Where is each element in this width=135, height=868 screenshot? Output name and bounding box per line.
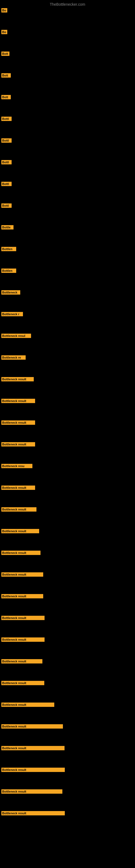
bottleneck-label: Bottl <box>1 204 12 208</box>
bottleneck-label: Bottleneck result <box>1 768 65 772</box>
bottleneck-label: Bottleneck result <box>1 486 35 490</box>
bottleneck-item: Bottlen <box>1 269 16 274</box>
bottleneck-item: Bottleneck <box>1 290 20 296</box>
bottleneck-item: Bo <box>1 30 7 35</box>
bottleneck-item: Bottleneck resu <box>1 464 32 469</box>
bottleneck-label: Bott <box>1 52 9 56</box>
bottleneck-label: Bottleneck result <box>1 507 37 512</box>
bottleneck-item: Bottleneck result <box>1 616 45 621</box>
bottleneck-label: Bottleneck result <box>1 551 41 555</box>
bottleneck-item: Bottlen <box>1 247 16 252</box>
bottleneck-item: Bottleneck result <box>1 421 35 426</box>
bottleneck-label: Bottleneck result <box>1 377 34 381</box>
bottleneck-item: Bott <box>1 52 9 57</box>
bottleneck-label: Bottlen <box>1 269 16 273</box>
bottleneck-item: Bottleneck result <box>1 659 42 664</box>
bottleneck-item: Bott <box>1 73 11 79</box>
bottleneck-item: Bottl <box>1 138 12 144</box>
bottleneck-item: Bottleneck r <box>1 312 23 317</box>
bottleneck-item: Bottle <box>1 225 13 230</box>
bottleneck-label: Bottleneck result <box>1 703 54 707</box>
bottleneck-item: Bottl <box>1 204 12 209</box>
bottleneck-label: Bottleneck result <box>1 594 43 598</box>
bottleneck-label: Bottl <box>1 138 12 143</box>
bottleneck-item: Bottleneck result <box>1 724 63 730</box>
bottleneck-label: Bottl <box>1 182 12 186</box>
bottleneck-item: Bottleneck result <box>1 399 35 404</box>
bottleneck-label: Bottleneck resul <box>1 334 31 338</box>
bottleneck-label: Bo <box>1 8 7 12</box>
bottleneck-item: Bottleneck result <box>1 703 54 708</box>
bottleneck-item: Bottleneck result <box>1 811 65 816</box>
bottleneck-item: Bottleneck re <box>1 355 26 361</box>
bottleneck-label: Bo <box>1 30 7 34</box>
bottleneck-label: Bottleneck <box>1 290 20 294</box>
bottleneck-item: Bottleneck result <box>1 789 62 795</box>
bottleneck-label: Bottleneck result <box>1 681 44 685</box>
bottleneck-label: Bottleneck result <box>1 659 42 663</box>
bottleneck-label: Bottleneck result <box>1 399 35 403</box>
bottleneck-label: Bottleneck result <box>1 811 65 815</box>
bottleneck-label: Bottleneck result <box>1 529 39 533</box>
bottleneck-label: Bottle <box>1 225 13 229</box>
bottleneck-item: Bottl <box>1 160 12 165</box>
bottleneck-label: Bottl <box>1 117 12 121</box>
bottleneck-label: Bottleneck result <box>1 724 63 728</box>
bottleneck-label: Bottleneck result <box>1 421 35 425</box>
bottleneck-item: Bottleneck result <box>1 377 34 382</box>
bottleneck-label: Bottleneck result <box>1 638 45 642</box>
bottleneck-item: Bottleneck result <box>1 681 44 686</box>
bottleneck-item: Bottleneck result <box>1 529 39 534</box>
bottleneck-label: Bottleneck result <box>1 572 43 577</box>
bottleneck-item: Bottleneck result <box>1 486 35 491</box>
bottleneck-label: Bottleneck re <box>1 355 26 360</box>
bottleneck-label: Bottleneck result <box>1 442 35 446</box>
bottleneck-item: Bottleneck result <box>1 746 64 751</box>
bottleneck-label: Bottl <box>1 160 12 164</box>
bottleneck-label: Bottleneck resu <box>1 464 32 468</box>
bottleneck-item: Bott <box>1 95 11 100</box>
bottleneck-label: Bott <box>1 73 11 78</box>
bottleneck-item: Bottl <box>1 182 12 187</box>
bottleneck-item: Bottleneck result <box>1 507 37 513</box>
bottleneck-item: Bottleneck result <box>1 442 35 447</box>
bottleneck-label: Bottleneck result <box>1 746 64 750</box>
bottleneck-item: Bottleneck result <box>1 572 43 578</box>
site-title: TheBottlenecker.com <box>0 0 135 9</box>
bottleneck-item: Bottl <box>1 117 12 122</box>
bottleneck-item: Bottleneck result <box>1 594 43 599</box>
bottleneck-label: Bottlen <box>1 247 16 251</box>
bottleneck-label: Bottleneck result <box>1 789 62 794</box>
bottleneck-label: Bottleneck r <box>1 312 23 316</box>
bottleneck-label: Bottleneck result <box>1 616 45 620</box>
bottleneck-item: Bottleneck result <box>1 638 45 643</box>
bottleneck-item: Bottleneck result <box>1 768 65 773</box>
bottleneck-item: Bottleneck result <box>1 551 41 556</box>
bottleneck-item: Bo <box>1 8 7 13</box>
bottleneck-item: Bottleneck resul <box>1 334 31 339</box>
bottleneck-label: Bott <box>1 95 11 99</box>
